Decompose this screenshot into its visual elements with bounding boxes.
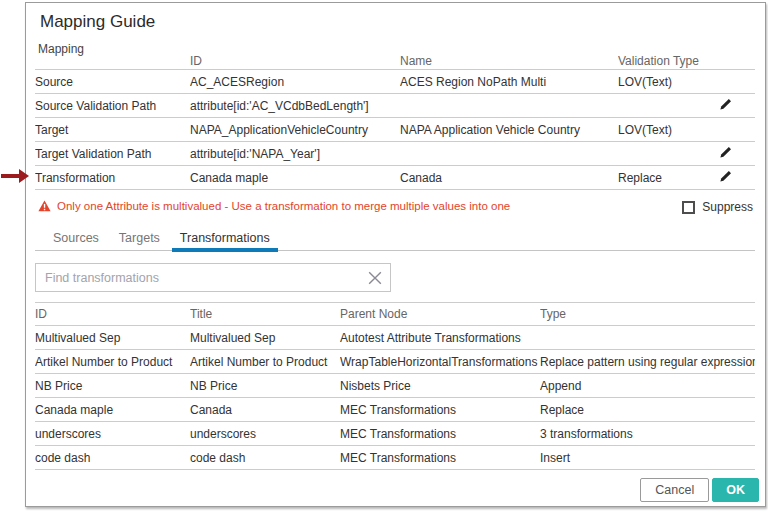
mapping-row-name: ACES Region NoPath Multi xyxy=(400,75,618,89)
transformations-table-rows: Multivalued SepMultivalued SepAutotest A… xyxy=(35,326,755,470)
mapping-guide-dialog: Mapping Guide Mapping ID Name Validation… xyxy=(25,2,766,507)
trans-row-id: Artikel Number to Product xyxy=(35,355,190,369)
edit-cell-empty xyxy=(718,122,755,138)
mapping-table-row: Source Validation Pathattribute[id:'AC_V… xyxy=(35,94,755,118)
warning-text: Only one Attribute is multivalued - Use … xyxy=(57,200,510,212)
suppress-control: Suppress xyxy=(682,200,753,214)
trans-row-id: underscores xyxy=(35,427,190,441)
warning-message: Only one Attribute is multivalued - Use … xyxy=(38,200,510,212)
mapping-row-label: Transformation xyxy=(35,171,190,185)
search-box xyxy=(35,263,391,292)
mapping-table: ID Name Validation Type SourceAC_ACESReg… xyxy=(35,52,755,190)
trans-row-title: underscores xyxy=(190,427,340,441)
mapping-table-row: Target Validation Pathattribute[id:'NAPA… xyxy=(35,142,755,166)
suppress-label: Suppress xyxy=(702,200,753,214)
warning-triangle-icon xyxy=(38,200,51,212)
page-title: Mapping Guide xyxy=(40,12,155,32)
transformation-row[interactable]: Canada mapleCanadaMEC TransformationsRep… xyxy=(35,398,755,422)
transformations-table-header: ID Title Parent Node Type xyxy=(35,303,755,326)
tab-transformations[interactable]: Transformations xyxy=(172,228,278,251)
trans-row-parent-node: MEC Transformations xyxy=(340,403,540,417)
mapping-header-name: Name xyxy=(400,54,618,68)
trans-header-type: Type xyxy=(540,307,755,321)
mapping-table-header: ID Name Validation Type xyxy=(35,52,755,70)
mapping-header-validation-type: Validation Type xyxy=(618,54,718,68)
trans-row-id: Canada maple xyxy=(35,403,190,417)
edit-cell-empty xyxy=(718,74,755,90)
dialog-footer: Cancel OK xyxy=(640,478,759,502)
mapping-row-name: Canada xyxy=(400,171,618,185)
mapping-row-label: Target Validation Path xyxy=(35,147,190,161)
transformation-row[interactable]: NB PriceNB PriceNisbets PriceAppend xyxy=(35,374,755,398)
trans-row-title: Artikel Number to Product xyxy=(190,355,340,369)
mapping-table-row: SourceAC_ACESRegionACES Region NoPath Mu… xyxy=(35,70,755,94)
transformation-row[interactable]: Multivalued SepMultivalued SepAutotest A… xyxy=(35,326,755,350)
mapping-row-id: attribute[id:'NAPA_Year'] xyxy=(190,147,400,161)
search-input[interactable] xyxy=(36,264,390,291)
suppress-checkbox[interactable] xyxy=(682,201,695,214)
pencil-icon[interactable] xyxy=(718,98,755,114)
x-clear-icon[interactable] xyxy=(368,271,382,285)
transformations-table: ID Title Parent Node Type Multivalued Se… xyxy=(35,302,755,470)
tab-bar: SourcesTargetsTransformations xyxy=(35,228,755,251)
mapping-table-rows: SourceAC_ACESRegionACES Region NoPath Mu… xyxy=(35,70,755,190)
mapping-row-id: NAPA_ApplicationVehicleCountry xyxy=(190,123,400,137)
trans-row-parent-node: WrapTableHorizontalTransformations xyxy=(340,355,540,369)
trans-header-id: ID xyxy=(35,307,190,321)
trans-row-id: NB Price xyxy=(35,379,190,393)
trans-row-parent-node: Nisbets Price xyxy=(340,379,540,393)
trans-row-id: code dash xyxy=(35,451,190,465)
transformation-row[interactable]: underscoresunderscoresMEC Transformation… xyxy=(35,422,755,446)
trans-row-title: code dash xyxy=(190,451,340,465)
trans-row-type: 3 transformations xyxy=(540,427,755,441)
mapping-row-label: Source Validation Path xyxy=(35,99,190,113)
mapping-table-row: TargetNAPA_ApplicationVehicleCountryNAPA… xyxy=(35,118,755,142)
mapping-row-id: Canada maple xyxy=(190,171,400,185)
mapping-row-id: AC_ACESRegion xyxy=(190,75,400,89)
trans-row-title: NB Price xyxy=(190,379,340,393)
cancel-button[interactable]: Cancel xyxy=(640,478,709,502)
tab-sources[interactable]: Sources xyxy=(45,228,107,251)
trans-row-type: Append xyxy=(540,379,755,393)
pencil-icon[interactable] xyxy=(718,170,755,186)
transformation-row[interactable]: Artikel Number to ProductArtikel Number … xyxy=(35,350,755,374)
mapping-row-label: Target xyxy=(35,123,190,137)
trans-header-title: Title xyxy=(190,307,340,321)
pencil-icon[interactable] xyxy=(718,146,755,162)
trans-row-title: Multivalued Sep xyxy=(190,331,340,345)
trans-row-parent-node: MEC Transformations xyxy=(340,451,540,465)
tab-targets[interactable]: Targets xyxy=(111,228,168,251)
mapping-row-validation-type: LOV(Text) xyxy=(618,123,718,137)
mapping-header-id: ID xyxy=(190,54,400,68)
ok-button[interactable]: OK xyxy=(712,478,759,502)
mapping-row-name: NAPA Application Vehicle Country xyxy=(400,123,618,137)
trans-row-type: Replace xyxy=(540,403,755,417)
trans-header-parent-node: Parent Node xyxy=(340,307,540,321)
mapping-row-validation-type: LOV(Text) xyxy=(618,75,718,89)
trans-row-title: Canada xyxy=(190,403,340,417)
mapping-table-row: TransformationCanada mapleCanadaReplace xyxy=(35,166,755,190)
trans-row-type: Insert xyxy=(540,451,755,465)
trans-row-parent-node: MEC Transformations xyxy=(340,427,540,441)
trans-row-type: Replace pattern using regular expression… xyxy=(540,355,755,369)
mapping-row-validation-type: Replace xyxy=(618,171,718,185)
transformation-row[interactable]: code dashcode dashMEC TransformationsIns… xyxy=(35,446,755,470)
trans-row-parent-node: Autotest Attribute Transformations xyxy=(340,331,540,345)
mapping-row-label: Source xyxy=(35,75,190,89)
mapping-row-id: attribute[id:'AC_VCdbBedLength'] xyxy=(190,99,400,113)
trans-row-id: Multivalued Sep xyxy=(35,331,190,345)
